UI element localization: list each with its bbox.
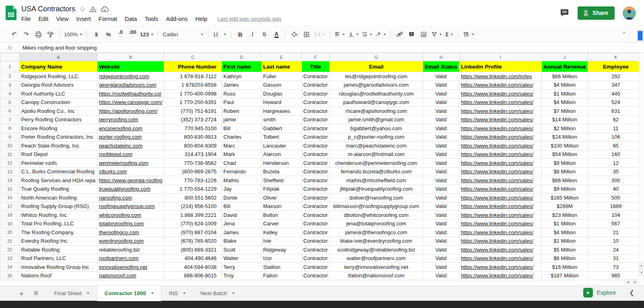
cell[interactable]: Contractor [301, 98, 330, 107]
cell[interactable]: fernando.buzeta@clburks.com [330, 167, 423, 176]
cell[interactable]: 524 [588, 98, 644, 107]
cell[interactable]: theroofingco.com [97, 228, 164, 237]
cell-link[interactable]: https://www.linkedin.com/sales/ [461, 134, 533, 140]
cell[interactable]: whitcoroofing.com [97, 211, 164, 220]
cell[interactable]: Valid [423, 194, 459, 202]
cell[interactable]: 62 [588, 115, 644, 124]
cell[interactable]: Izor [261, 254, 301, 263]
cell[interactable]: https://www.linkedin.com/sales/ [459, 263, 542, 272]
explore-button[interactable]: ✦ Explore [583, 288, 616, 298]
header-cell[interactable]: Email Status [423, 61, 459, 72]
cell[interactable]: $54 Million [541, 150, 588, 159]
cell-link[interactable]: https://www.georgia-roofing [99, 177, 163, 183]
add-sheet-button[interactable]: ＋ [18, 289, 25, 298]
cell[interactable]: Ridgeway [261, 246, 301, 254]
cell[interactable]: Gasson [261, 81, 301, 89]
cell[interactable]: Whitco Roofing, Inc. [19, 211, 97, 220]
row-number[interactable]: 16 [0, 194, 20, 202]
cell[interactable]: porter-roofing.com [97, 133, 164, 142]
merge-cells-button[interactable]: ▼ [314, 29, 326, 40]
cell[interactable]: C.L. Burks Commercial Roofing [19, 167, 97, 176]
italic-button[interactable]: I [248, 29, 257, 40]
cell-link[interactable]: totalproroofing.com [99, 221, 144, 227]
cell[interactable]: David [222, 211, 262, 220]
cell[interactable]: Mathis [222, 176, 262, 185]
cell-link[interactable]: truequalityroofing.com [99, 186, 151, 192]
cell[interactable]: innovativeroofing.net [97, 263, 164, 272]
cell[interactable]: Valid [423, 115, 459, 124]
cell-link[interactable]: https://roofwithauthority.cor [99, 91, 161, 97]
cell[interactable]: 770-738-9562 [164, 159, 222, 168]
tab-menu-arrow-icon[interactable]: ▼ [151, 291, 154, 295]
cell[interactable]: 106 [588, 133, 644, 142]
cell[interactable]: Peach State Roofing, Inc. [19, 142, 97, 150]
cell[interactable]: Contractor [301, 194, 330, 202]
cell[interactable]: 770.945.0100 [164, 124, 222, 133]
cell[interactable]: Valid [423, 185, 459, 194]
cell[interactable]: Contractor [301, 124, 330, 133]
cell[interactable]: Roof Authority LLC [19, 89, 97, 98]
cell[interactable]: 10 [588, 237, 644, 246]
row-number[interactable]: 12 [0, 159, 20, 168]
cell[interactable]: Troy [222, 271, 262, 280]
cell[interactable]: 24 [588, 246, 644, 254]
cell-link[interactable]: https://www.linkedin.com/sales/ [461, 82, 533, 88]
cell[interactable]: Valid [423, 159, 459, 168]
format-currency-button[interactable]: $ [91, 29, 101, 40]
cell[interactable]: https://www.linkedin.com/sales/ [459, 115, 542, 124]
cell[interactable]: Contractor [301, 142, 330, 150]
cell[interactable]: True Quality Roofing [19, 185, 97, 194]
cell[interactable]: Valid [423, 202, 459, 211]
last-edit-status[interactable]: Last edit was seconds ago [217, 16, 281, 22]
row-number[interactable]: 13 [0, 167, 20, 176]
cell[interactable]: Contractor [301, 159, 330, 168]
cell[interactable]: $165 Million [541, 194, 588, 202]
tab-menu-arrow-icon[interactable]: ▼ [232, 291, 235, 295]
cell-link[interactable]: https://www.linkedin.com/sales/ [461, 264, 533, 270]
cell[interactable]: Alarcon [261, 150, 301, 159]
cell[interactable]: Hargreaves [261, 107, 301, 116]
cell[interactable]: https://www.linkedin.com/sales/ [459, 254, 542, 263]
cell[interactable]: Contractor [301, 89, 330, 98]
cell-link[interactable]: https://www.linkedin.com/sales/ [461, 229, 533, 235]
cell[interactable]: https://www.linkedin.com/sales/ [459, 107, 542, 116]
text-rotation-button[interactable]: ▼ [375, 29, 386, 40]
cell[interactable]: p_c@porter-roofing.com [330, 133, 423, 142]
cell[interactable]: Blake [222, 237, 262, 246]
scroll-down-button[interactable]: ▼ [639, 269, 644, 276]
cell[interactable]: 445 [588, 89, 644, 98]
cell[interactable]: bgabbert@yahoo.com [330, 124, 423, 133]
cell-link[interactable]: https://www.linkedin.com/sales/ [461, 203, 533, 209]
cell[interactable]: truequalityroofing.com [97, 185, 164, 194]
cell[interactable]: 1 678-916-7112 [164, 72, 222, 81]
cell[interactable]: Valid [423, 246, 459, 254]
cell[interactable]: 35 [588, 167, 644, 176]
cell[interactable]: 21 [588, 228, 644, 237]
cell[interactable]: $66 Million [541, 72, 588, 81]
cell[interactable]: https://www.linkedin.com/sales/ [459, 98, 542, 107]
vertical-align-button[interactable]: ▼ [348, 29, 359, 40]
menu-add-ons[interactable]: Add-ons [166, 16, 188, 22]
scroll-up-button[interactable]: ▲ [639, 262, 644, 268]
cell[interactable]: (678) 765-6020 [164, 237, 222, 246]
redo-button[interactable]: ↷ [21, 29, 31, 40]
cell[interactable]: https://www.linkedin.com/sales/ [459, 185, 542, 194]
row-number[interactable]: 5 [0, 98, 20, 107]
cell[interactable]: Valid [423, 133, 459, 142]
cell-link[interactable]: perimeterroofing.com [99, 160, 149, 166]
all-sheets-menu-button[interactable]: ≡ [34, 289, 38, 298]
cell[interactable]: $66 Million [541, 176, 588, 185]
star-icon[interactable]: ☆ [79, 5, 85, 13]
cell[interactable]: (214) 956-5100 [164, 202, 222, 211]
cell[interactable]: jena@totalproroofing.com [330, 219, 423, 228]
cell[interactable]: rhcare@apolloroofing.com [330, 107, 423, 116]
cell[interactable]: Valid [423, 176, 459, 185]
column-header-I[interactable]: I [459, 53, 542, 61]
horizontal-align-button[interactable]: ▼ [334, 29, 345, 40]
cell[interactable]: Mark [222, 150, 262, 159]
cell[interactable]: ridgepointroofing.com [97, 72, 164, 81]
cell[interactable]: Valid [423, 228, 459, 237]
cell[interactable]: Perry Roofing Contractors [19, 115, 97, 124]
cell[interactable]: https://www.linkedin.com/sales/ [459, 133, 542, 142]
cell[interactable]: https://www.linkedin.com/sales/ [459, 176, 542, 185]
